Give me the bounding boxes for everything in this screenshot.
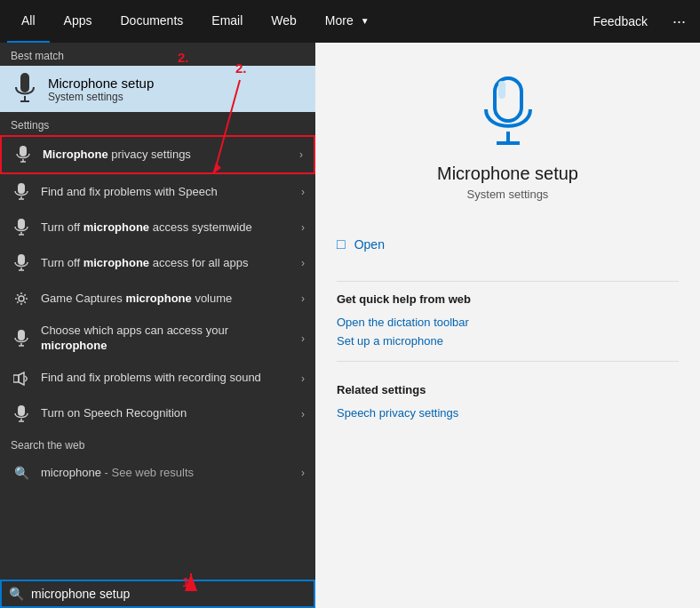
settings-label: Settings [0, 112, 315, 135]
tab-apps[interactable]: Apps [50, 0, 107, 43]
svg-rect-21 [18, 405, 25, 416]
top-nav: All Apps Documents Email Web More ▼ Feed… [0, 0, 700, 43]
result-item-turn-off-apps[interactable]: Turn off microphone access for all apps … [0, 245, 315, 281]
mic-icon-5 [11, 328, 32, 349]
tab-web[interactable]: Web [257, 0, 311, 43]
right-header: Microphone setup System settings [315, 43, 700, 219]
svg-marker-20 [19, 372, 24, 385]
related-link-0[interactable]: Speech privacy settings [315, 404, 700, 422]
quick-help-link-0[interactable]: Open the dictation toolbar [315, 313, 700, 332]
result-text-4: Game Captures microphone volume [41, 292, 294, 307]
see-web-text: - See web results [105, 466, 194, 479]
microphone-icon [11, 75, 39, 103]
quick-help-link-1[interactable]: Set up a microphone [315, 332, 700, 350]
search-input[interactable] [31, 587, 306, 601]
result-item-speech-recognition[interactable]: Turn on Speech Recognition › [0, 396, 315, 432]
left-panel: Best match Microphone setup System setti… [0, 43, 315, 608]
mic-icon-3 [11, 252, 32, 274]
gear-icon-4 [11, 288, 32, 309]
chevron-icon-2: › [301, 221, 305, 234]
best-match-text: Microphone setup System settings [48, 76, 154, 103]
result-item-turn-off-systemwide[interactable]: Turn off microphone access systemwide › [0, 210, 315, 245]
result-text-2: Turn off microphone access systemwide [41, 220, 294, 236]
annotation-2: 2. [178, 50, 189, 65]
nav-right: Feedback ··· [583, 12, 694, 31]
chevron-icon-0: › [299, 148, 303, 161]
result-item-game-capture[interactable]: Game Captures microphone volume › [0, 281, 315, 316]
svg-rect-12 [18, 254, 25, 265]
right-title: Microphone setup [437, 164, 578, 184]
search-box-container: 🔍 [0, 580, 315, 608]
mic-icon-7 [11, 404, 32, 425]
divider-2 [337, 361, 679, 362]
divider-1 [337, 281, 679, 282]
best-match-title: Microphone setup [48, 76, 154, 91]
tab-all[interactable]: All [7, 0, 50, 43]
chevron-icon-3: › [301, 257, 305, 269]
right-panel: Microphone setup System settings □ Open … [315, 43, 700, 608]
quick-help-title: Get quick help from web [315, 292, 700, 313]
open-link[interactable]: □ Open [337, 233, 679, 256]
chevron-down-icon: ▼ [361, 16, 370, 26]
svg-rect-25 [498, 81, 505, 99]
web-chevron-icon: › [301, 467, 305, 479]
chevron-icon-7: › [301, 408, 305, 420]
result-text-0: Microphone privacy settings [43, 148, 292, 163]
result-text-5: Choose which apps can access your microp… [41, 324, 294, 354]
result-item-recording-sound[interactable]: Find and fix problems with recording sou… [0, 361, 315, 396]
result-text-6: Find and fix problems with recording sou… [41, 371, 294, 386]
more-options-button[interactable]: ··· [665, 12, 693, 31]
chevron-icon-6: › [301, 372, 305, 385]
web-result-text: microphone - See web results [41, 466, 294, 479]
search-box-icon: 🔍 [9, 587, 24, 601]
tab-more[interactable]: More ▼ [311, 0, 384, 43]
open-icon: □ [337, 236, 346, 252]
search-icon: 🔍 [11, 462, 32, 484]
svg-rect-16 [18, 330, 25, 340]
feedback-button[interactable]: Feedback [583, 14, 658, 28]
svg-rect-19 [13, 375, 19, 382]
chevron-icon-5: › [301, 332, 305, 345]
svg-rect-0 [20, 73, 29, 92]
search-web-label: Search the web [0, 432, 315, 455]
right-actions: □ Open [315, 219, 700, 270]
sound-icon-6 [11, 368, 32, 389]
mic-icon-0 [12, 144, 34, 165]
chevron-icon-4: › [301, 292, 305, 305]
svg-point-15 [19, 296, 24, 301]
result-item-choose-apps[interactable]: Choose which apps can access your microp… [0, 316, 315, 361]
mic-icon-1 [11, 181, 32, 203]
chevron-icon-1: › [301, 186, 305, 198]
tab-email[interactable]: Email [197, 0, 257, 43]
web-result-item[interactable]: 🔍 microphone - See web results › [0, 455, 315, 491]
mic-icon-2 [11, 217, 32, 238]
best-match-item[interactable]: Microphone setup System settings 2. [0, 66, 315, 112]
large-mic-icon [473, 78, 544, 149]
result-item-privacy[interactable]: Microphone privacy settings › [0, 135, 315, 174]
result-item-speech[interactable]: Find and fix problems with Speech › [0, 174, 315, 210]
result-text-1: Find and fix problems with Speech [41, 185, 294, 200]
svg-rect-9 [18, 219, 25, 229]
settings-section: Microphone privacy settings › Find and f… [0, 135, 315, 580]
best-match-subtitle: System settings [48, 91, 154, 103]
related-title: Related settings [315, 372, 700, 404]
result-text-7: Turn on Speech Recognition [41, 406, 294, 421]
tab-documents[interactable]: Documents [106, 0, 197, 43]
best-match-label: Best match [0, 43, 315, 66]
right-subtitle: System settings [467, 188, 549, 201]
svg-rect-6 [18, 183, 25, 194]
result-text-3: Turn off microphone access for all apps [41, 256, 294, 271]
main-content: Best match Microphone setup System setti… [0, 43, 700, 608]
svg-rect-3 [20, 146, 27, 156]
